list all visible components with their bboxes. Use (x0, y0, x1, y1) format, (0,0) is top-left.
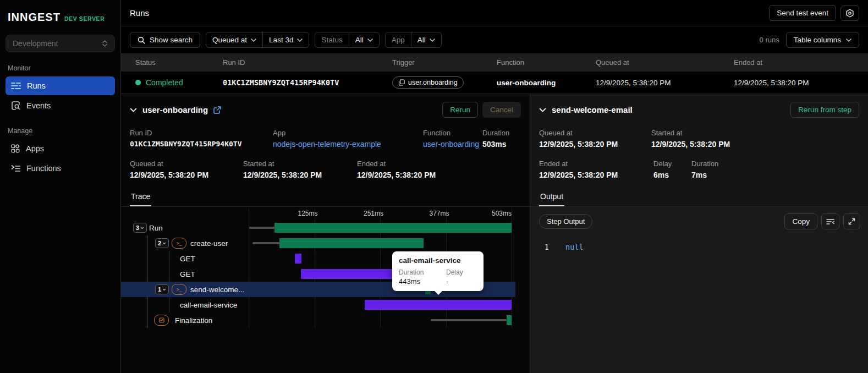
trace-row-create-user[interactable]: 2 >_ create-user (121, 235, 515, 251)
rerun-button[interactable]: Rerun (442, 102, 478, 118)
trace-time-axis: 125ms 251ms 377ms 503ms (121, 208, 530, 220)
child-count: 1 (158, 286, 161, 293)
app-filter-group: App All (385, 32, 442, 48)
status-filter-dropdown[interactable]: All (349, 32, 379, 47)
word-wrap-button[interactable] (821, 213, 839, 229)
send-test-event-button[interactable]: Send test event (769, 5, 836, 21)
queued-at-dropdown[interactable]: Queued at (206, 32, 262, 47)
apps-icon (11, 144, 20, 153)
trace-row-run[interactable]: 3 Run (121, 220, 515, 235)
field-value: 503ms (482, 140, 521, 149)
axis-tick: 251ms (364, 210, 383, 217)
step-info-row-2: Ended at 12/9/2025, 5:38:20 PM Delay 6ms… (530, 160, 868, 179)
field-label: Function (423, 129, 482, 137)
trigger-badge[interactable]: user.onboarding (392, 76, 464, 89)
app-link[interactable]: nodejs-open-telemetry-example (273, 140, 423, 149)
sidebar-item-events[interactable]: Events (6, 96, 115, 115)
copy-button[interactable]: Copy (784, 213, 817, 229)
field-value: 12/9/2025, 5:38:20 PM (357, 171, 521, 179)
tooltip-duration-label: Duration (399, 268, 446, 276)
col-trigger: Trigger (392, 58, 497, 67)
run-info-row-2: Queued at 12/9/2025, 5:38:20 PM Started … (121, 160, 530, 179)
terminal-step-icon: >_ (172, 238, 186, 249)
run-panel-title: user-onboarding (142, 105, 208, 114)
field-value: 12/9/2025, 5:38:20 PM (243, 171, 357, 179)
table-columns-label: Table columns (794, 36, 841, 44)
sidebar-item-runs[interactable]: Runs (6, 76, 115, 95)
field-label: App (273, 129, 423, 137)
tooltip-delay-label: Delay (446, 268, 477, 276)
queued-at-cell: 12/9/2025, 5:38:20 PM (596, 79, 734, 87)
word-wrap-icon (826, 218, 834, 225)
sidebar-item-functions[interactable]: Functions (6, 159, 115, 178)
sidebar-item-label: Events (26, 101, 51, 110)
table-row[interactable]: Completed 01KC1ZMSBNY9ZQT415RP94K0TV use… (121, 72, 868, 94)
child-count: 2 (158, 240, 161, 246)
trace-waterfall: 125ms 251ms 377ms 503ms 3 Run (121, 208, 530, 328)
field-label: Duration (691, 160, 859, 168)
sidebar: INNGEST DEV SERVER Development Monitor R… (0, 0, 121, 373)
step-output-badge: Step Output (539, 214, 592, 229)
child-count-badge[interactable]: 2 (155, 238, 169, 248)
tab-output[interactable]: Output (539, 188, 564, 206)
started-at-field: Started at 12/9/2025, 5:38:20 PM (243, 160, 357, 179)
chevron-down-icon (162, 242, 166, 245)
output-value: null (565, 243, 584, 251)
app-filter-dropdown[interactable]: All (411, 32, 441, 47)
col-function: Function (497, 58, 596, 67)
collapse-chevron-icon[interactable] (130, 108, 137, 112)
terminal-step-icon: >_ (172, 284, 186, 295)
axis-tick: 377ms (429, 210, 449, 217)
field-value: 6ms (653, 171, 691, 179)
trace-bars (249, 235, 512, 251)
field-label: Ended at (357, 160, 521, 168)
status-filter-label: Status (315, 32, 348, 47)
trace-row-call-email-service[interactable]: call-email-service (121, 297, 515, 312)
trace-row-label: call-email-service (180, 301, 237, 309)
child-count-badge[interactable]: 1 (155, 284, 169, 294)
environment-select[interactable]: Development (6, 35, 115, 52)
queued-at-field: Queued at 12/9/2025, 5:38:20 PM (539, 129, 651, 149)
external-link-icon[interactable] (213, 106, 221, 114)
show-search-button[interactable]: Show search (130, 32, 200, 48)
filter-bar-right: 0 runs Table columns (760, 32, 859, 48)
time-filter-group: Queued at Last 3d (206, 32, 309, 48)
runs-count: 0 runs (760, 36, 779, 44)
field-value: 12/9/2025, 5:38:20 PM (539, 171, 653, 179)
app-value: All (417, 36, 426, 44)
duration-field: Duration 7ms (691, 160, 859, 179)
event-badge-icon (398, 79, 405, 86)
trace-row-label: send-welcome... (190, 286, 244, 294)
tooltip-grid: Duration Delay 443ms - (399, 268, 477, 286)
step-panel-tabs: Output (530, 188, 868, 207)
time-range-dropdown[interactable]: Last 3d (262, 32, 309, 47)
expand-button[interactable] (843, 213, 860, 229)
sidebar-item-apps[interactable]: Apps (6, 139, 115, 158)
trace-tooltip: call-email-service Duration Delay 443ms … (392, 251, 484, 291)
ended-at-cell: 12/9/2025, 5:38:20 PM (734, 79, 868, 87)
filter-bar: Show search Queued at Last 3d Status All (121, 26, 868, 53)
ended-at-field: Ended at 12/9/2025, 5:38:20 PM (539, 160, 653, 179)
cancel-button[interactable]: Cancel (482, 102, 521, 118)
tooltip-title: call-email-service (399, 256, 477, 265)
chevron-down-icon (430, 39, 435, 42)
tab-trace[interactable]: Trace (130, 188, 151, 206)
run-panel-tabs: Trace (121, 188, 530, 207)
step-panel-actions: Rerun from step (790, 102, 859, 118)
run-panel-header: user-onboarding Rerun Cancel (121, 94, 530, 121)
search-icon (138, 36, 145, 44)
sidebar-section-monitor: Monitor (0, 64, 120, 72)
collapse-chevron-icon[interactable] (539, 108, 546, 112)
line-number: 1 (530, 243, 549, 251)
sidebar-item-label: Functions (26, 164, 61, 173)
field-label: Duration (482, 129, 521, 137)
trace-row-finalization[interactable]: Finalization (121, 312, 515, 328)
table-columns-button[interactable]: Table columns (786, 32, 859, 48)
function-link[interactable]: user-onboarding (423, 140, 482, 149)
settings-button[interactable] (840, 6, 859, 21)
field-label: Queued at (539, 129, 651, 137)
run-status: Completed (135, 78, 223, 87)
rerun-from-step-button[interactable]: Rerun from step (790, 102, 859, 118)
child-count-badge[interactable]: 3 (133, 223, 147, 233)
show-search-label: Show search (150, 36, 193, 44)
